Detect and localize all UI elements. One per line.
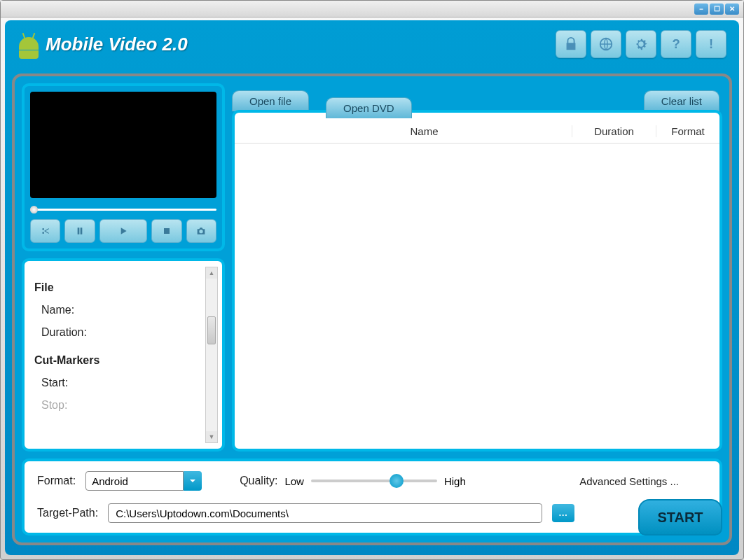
play-button[interactable] bbox=[99, 219, 147, 243]
quality-low-label: Low bbox=[284, 475, 304, 487]
cut-stop-label: Stop: bbox=[34, 394, 215, 416]
question-icon: ? bbox=[668, 36, 684, 52]
info-scrollbar[interactable]: ▲ ▼ bbox=[205, 267, 218, 443]
help-button[interactable]: ? bbox=[661, 30, 691, 58]
quality-label: Quality: bbox=[240, 475, 277, 487]
quality-slider-thumb[interactable] bbox=[390, 474, 404, 488]
app-frame: Mobile Video 2.0 ? ! bbox=[5, 20, 739, 555]
lock-icon bbox=[563, 36, 579, 52]
stop-button[interactable] bbox=[151, 219, 181, 243]
app-title: Mobile Video 2.0 bbox=[46, 34, 188, 55]
output-panel: Format: Android Quality: Low High bbox=[22, 458, 722, 536]
scroll-up-arrow[interactable]: ▲ bbox=[206, 267, 217, 279]
app-window: － ☐ ✕ Mobile Video 2.0 ? bbox=[0, 0, 744, 560]
window-maximize-button[interactable]: ☐ bbox=[710, 4, 724, 15]
about-button[interactable]: ! bbox=[696, 30, 726, 58]
stop-icon bbox=[161, 225, 172, 237]
file-duration-label: Duration: bbox=[34, 321, 215, 344]
cut-button[interactable] bbox=[30, 219, 60, 243]
file-info-panel: File Name: Duration: Cut-Markers Start: … bbox=[22, 258, 225, 451]
column-format[interactable]: Format bbox=[656, 125, 719, 137]
exclamation-icon: ! bbox=[703, 36, 719, 52]
svg-text:?: ? bbox=[672, 36, 680, 51]
snapshot-button[interactable] bbox=[186, 219, 216, 243]
logo-area: Mobile Video 2.0 bbox=[18, 31, 188, 57]
browse-button[interactable]: ... bbox=[552, 504, 574, 522]
scissors-icon bbox=[40, 225, 51, 237]
column-duration[interactable]: Duration bbox=[572, 125, 656, 137]
camera-icon bbox=[195, 225, 207, 237]
start-button[interactable]: START bbox=[638, 499, 722, 536]
format-label: Format: bbox=[37, 475, 76, 487]
window-minimize-button[interactable]: － bbox=[694, 4, 708, 15]
android-icon bbox=[18, 31, 40, 57]
seek-thumb[interactable] bbox=[30, 206, 38, 214]
open-dvd-tab[interactable]: Open DVD bbox=[326, 97, 412, 118]
target-path-input[interactable] bbox=[108, 503, 542, 523]
gear-icon bbox=[633, 36, 649, 52]
quality-high-label: High bbox=[444, 475, 466, 487]
list-header-row: Name Duration Format bbox=[235, 120, 719, 144]
advanced-settings-link[interactable]: Advanced Settings ... bbox=[579, 475, 679, 487]
lock-button[interactable] bbox=[556, 30, 586, 58]
clear-list-tab[interactable]: Clear list bbox=[644, 90, 719, 111]
file-name-label: Name: bbox=[34, 299, 215, 321]
cut-start-label: Start: bbox=[34, 372, 215, 394]
titlebar: － ☐ ✕ bbox=[1, 1, 743, 18]
target-path-label: Target-Path: bbox=[37, 507, 98, 519]
video-preview bbox=[30, 92, 216, 198]
svg-rect-3 bbox=[164, 228, 170, 234]
play-icon bbox=[118, 225, 129, 237]
window-close-button[interactable]: ✕ bbox=[725, 4, 739, 15]
globe-icon bbox=[598, 36, 614, 52]
preview-panel bbox=[22, 83, 225, 251]
file-heading: File bbox=[34, 276, 215, 299]
svg-text:!: ! bbox=[709, 36, 713, 51]
open-file-tab[interactable]: Open file bbox=[232, 90, 309, 111]
column-name[interactable]: Name bbox=[277, 125, 572, 137]
quality-slider[interactable] bbox=[311, 479, 437, 482]
globe-button[interactable] bbox=[591, 30, 621, 58]
app-header: Mobile Video 2.0 ? ! bbox=[5, 20, 739, 68]
pause-button[interactable] bbox=[64, 219, 95, 243]
inner-frame: File Name: Duration: Cut-Markers Start: … bbox=[12, 74, 732, 545]
format-select[interactable]: Android bbox=[85, 471, 202, 491]
cut-markers-heading: Cut-Markers bbox=[34, 349, 215, 372]
format-value: Android bbox=[85, 471, 184, 491]
chevron-down-icon bbox=[189, 477, 196, 484]
seek-bar[interactable] bbox=[30, 202, 216, 216]
format-dropdown-button[interactable] bbox=[184, 471, 202, 491]
pause-icon bbox=[74, 225, 85, 237]
settings-button[interactable] bbox=[626, 30, 656, 58]
file-list: Name Duration Format bbox=[232, 110, 722, 451]
scroll-thumb[interactable] bbox=[207, 316, 216, 344]
scroll-down-arrow[interactable]: ▼ bbox=[206, 431, 217, 442]
file-list-panel: Open file Open DVD Clear list Name Durat… bbox=[232, 83, 722, 451]
